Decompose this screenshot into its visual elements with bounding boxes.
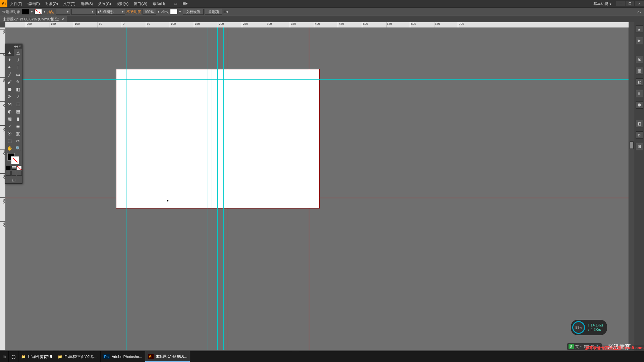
- fill-swatch[interactable]: [22, 9, 29, 14]
- menu-object[interactable]: 对象(O): [43, 0, 61, 8]
- guide-vertical[interactable]: [126, 27, 126, 350]
- document-tab[interactable]: 未标题-1* @ 66.67% (CMYK/预览) ✕: [0, 16, 67, 22]
- network-monitor-widget[interactable]: 59% ↑ 14.1K/s ↓ 4.2K/s: [571, 320, 607, 335]
- artboard-tool[interactable]: ⬚: [5, 137, 14, 144]
- taskbar-illustrator[interactable]: Ai未标题-1* @ 66.6...: [145, 351, 191, 362]
- guide-horizontal[interactable]: [5, 79, 629, 80]
- opacity-label[interactable]: 不透明度: [126, 9, 141, 14]
- color-mode-solid[interactable]: [6, 166, 11, 170]
- selection-tool[interactable]: ▲: [5, 49, 14, 56]
- toolbox-header[interactable]: ◀◀✕: [5, 44, 22, 49]
- menu-view[interactable]: 视图(V): [114, 0, 131, 8]
- panel-layers-icon[interactable]: ◧: [636, 120, 643, 127]
- menu-file[interactable]: 文件(F): [7, 0, 25, 8]
- style-swatch[interactable]: [170, 9, 177, 14]
- hand-tool[interactable]: ✋: [5, 144, 14, 152]
- opacity-input[interactable]: 100%: [143, 9, 156, 15]
- panel-transform-icon[interactable]: ⊞: [636, 143, 643, 150]
- menu-edit[interactable]: 编辑(E): [25, 0, 43, 8]
- panel-brushes-icon[interactable]: ◐: [636, 78, 643, 86]
- stroke-weight-select[interactable]: ▼: [56, 9, 70, 15]
- guide-vertical[interactable]: [223, 27, 224, 350]
- rectangle-tool[interactable]: ▭: [14, 71, 22, 78]
- symbol-sprayer-tool[interactable]: ⦿: [5, 130, 14, 137]
- panel-stroke-icon[interactable]: ≡: [636, 90, 643, 97]
- panel-info-icon[interactable]: ▲: [636, 25, 643, 33]
- paintbrush-tool[interactable]: 🖌: [5, 78, 14, 85]
- guide-vertical[interactable]: [208, 27, 208, 350]
- panel-artboards-icon[interactable]: ⧉: [636, 131, 643, 139]
- canvas[interactable]: [5, 27, 629, 350]
- scrollbar-vertical[interactable]: [629, 27, 634, 350]
- guide-vertical[interactable]: [228, 27, 228, 350]
- direct-selection-tool[interactable]: △: [14, 49, 22, 56]
- ruler-vertical[interactable]: 50050100150200250300350: [0, 27, 5, 350]
- menu-window[interactable]: 窗口(W): [131, 0, 150, 8]
- pencil-tool[interactable]: ✎: [14, 78, 22, 85]
- type-tool[interactable]: T: [14, 63, 22, 71]
- color-mode-gradient[interactable]: [11, 166, 16, 170]
- panel-swatches-icon[interactable]: ▦: [636, 67, 643, 74]
- taskbar-folder1[interactable]: 📁H:\课件剪切\UI: [18, 351, 55, 362]
- close-icon[interactable]: ✕: [19, 45, 21, 48]
- close-tab-icon[interactable]: ✕: [61, 17, 64, 21]
- eyedropper-tool[interactable]: ⟋: [5, 122, 14, 130]
- workspace-switcher[interactable]: 基本功能▼: [591, 1, 614, 7]
- shape-builder-tool[interactable]: ◐: [5, 108, 14, 115]
- fill-stroke-control[interactable]: [5, 152, 22, 165]
- stroke-color[interactable]: [11, 157, 19, 164]
- taskbar-photoshop[interactable]: PsAdobe Photosho...: [101, 351, 145, 362]
- screen-mode-button[interactable]: ⬚: [5, 176, 22, 183]
- pen-tool[interactable]: ✒: [5, 63, 14, 71]
- scale-tool[interactable]: ⤢: [14, 93, 22, 100]
- magic-wand-tool[interactable]: ✦: [5, 56, 14, 63]
- bridge-icon[interactable]: ▭: [171, 0, 180, 8]
- menu-help[interactable]: 帮助(H): [150, 0, 168, 8]
- ime-icon[interactable]: S: [569, 344, 574, 349]
- blend-tool[interactable]: ◉: [14, 122, 22, 130]
- profile-select[interactable]: ▼: [71, 9, 95, 15]
- arrange-docs-icon[interactable]: ▦▾: [180, 0, 191, 8]
- stroke-swatch[interactable]: [35, 9, 42, 14]
- line-tool[interactable]: ╱: [5, 71, 14, 78]
- window-minimize-button[interactable]: —: [616, 1, 625, 6]
- lasso-tool[interactable]: ⱹ: [14, 56, 22, 63]
- window-maximize-button[interactable]: ❐: [626, 1, 634, 6]
- color-mode-none[interactable]: [17, 166, 22, 170]
- document-setup-button[interactable]: 文档设置: [183, 9, 204, 15]
- graph-tool[interactable]: ▯▯: [14, 130, 22, 137]
- draw-inside[interactable]: [17, 171, 22, 176]
- search-icon[interactable]: ⌕▾: [637, 10, 642, 14]
- taskbar-folder2[interactable]: 📁F:\课程\平面\02.常...: [55, 351, 100, 362]
- align-icon[interactable]: ⊞▾: [223, 10, 228, 14]
- stroke-label[interactable]: 描边: [47, 9, 55, 14]
- preferences-button[interactable]: 首选项: [205, 9, 222, 15]
- mesh-tool[interactable]: ▩: [5, 115, 14, 122]
- draw-normal[interactable]: [6, 171, 11, 176]
- blob-brush-tool[interactable]: ⬣: [5, 85, 14, 93]
- window-close-button[interactable]: ✕: [635, 1, 644, 6]
- eraser-tool[interactable]: ◧: [14, 85, 22, 93]
- slice-tool[interactable]: ✂: [14, 137, 22, 144]
- free-transform-tool[interactable]: ⬚: [14, 100, 22, 108]
- guide-vertical[interactable]: [309, 27, 309, 350]
- draw-behind[interactable]: [11, 171, 16, 176]
- menu-type[interactable]: 文字(T): [61, 0, 78, 8]
- panel-color-icon[interactable]: ◉: [636, 56, 643, 63]
- menu-effect[interactable]: 效果(C): [96, 0, 113, 8]
- panel-symbols-icon[interactable]: ⬣: [636, 101, 643, 109]
- menu-select[interactable]: 选择(S): [78, 0, 96, 8]
- guide-vertical[interactable]: [212, 27, 212, 350]
- rotate-tool[interactable]: ⟳: [5, 93, 14, 100]
- gradient-tool[interactable]: ▮: [14, 115, 22, 122]
- panel-properties-icon[interactable]: ▶: [636, 37, 643, 44]
- cortana-button[interactable]: ◯: [9, 351, 18, 362]
- start-button[interactable]: ⊞: [0, 351, 9, 362]
- perspective-tool[interactable]: ▦: [14, 108, 22, 115]
- ruler-horizontal[interactable]: 2001501005005010015020025030035040045050…: [5, 22, 629, 27]
- width-tool[interactable]: ⋈: [5, 100, 14, 108]
- zoom-tool[interactable]: 🔍: [14, 144, 22, 152]
- brush-select[interactable]: ● 5 点圆形▼: [96, 9, 125, 15]
- guide-horizontal[interactable]: [5, 198, 629, 198]
- guide-vertical[interactable]: [217, 27, 218, 350]
